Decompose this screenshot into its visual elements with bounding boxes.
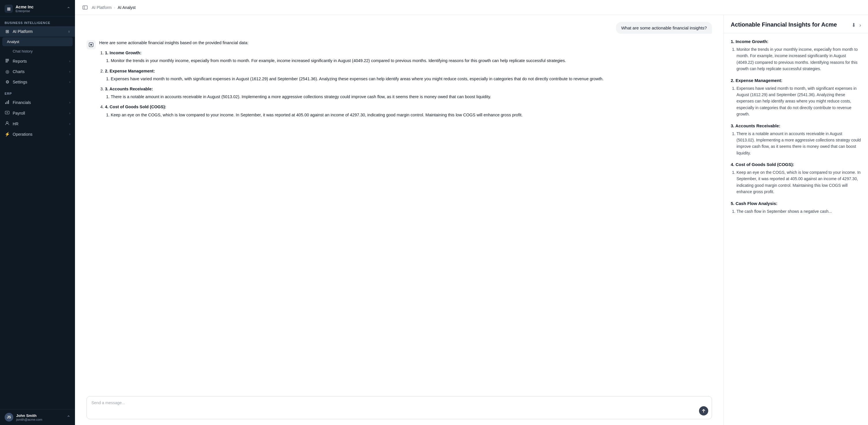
- operations-icon: ⚡: [5, 132, 10, 137]
- sidebar-sub-item-chat-history[interactable]: Chat history: [0, 47, 75, 56]
- rp-section: 1. Income Growth:Monitor the trends in y…: [731, 39, 861, 72]
- content-area: What are some actionable financial insig…: [75, 15, 868, 425]
- rp-section-title: 5. Cash Flow Analysis:: [731, 201, 861, 206]
- rp-section-points: Keep an eye on the COGS, which is low co…: [731, 169, 861, 195]
- sidebar-footer: JS John Smith jsmith@acme.com ⌃: [0, 409, 75, 425]
- main-area: AI Platform › AI Analyst What are some a…: [75, 0, 868, 425]
- rp-section-point: Monitor the trends in your monthly incom…: [737, 46, 861, 72]
- chat-send-button[interactable]: [699, 406, 708, 416]
- user-message: What are some actionable financial insig…: [87, 22, 712, 34]
- insight-title: 3. Accounts Receivable:: [105, 87, 153, 91]
- user-menu-icon[interactable]: ⌃: [67, 415, 70, 420]
- settings-label: Settings: [13, 80, 27, 84]
- sidebar: ▦ Acme Inc Enterprise ⌃ Business Intelli…: [0, 0, 75, 425]
- rp-section-title: 1. Income Growth:: [731, 39, 861, 44]
- breadcrumb: AI Platform › AI Analyst: [92, 5, 135, 10]
- user-email: jsmith@acme.com: [16, 418, 42, 421]
- assistant-message: Here are some actionable financial insig…: [87, 39, 712, 122]
- sidebar-item-reports[interactable]: Reports ›: [0, 56, 75, 66]
- sidebar-sub-item-analyst[interactable]: Analyst: [2, 37, 73, 46]
- download-button[interactable]: ⬇: [851, 22, 856, 28]
- rp-section: 2. Expense Management:Expenses have vari…: [731, 78, 861, 117]
- settings-chevron: ›: [69, 80, 70, 84]
- right-panel-title: Actionable Financial Insights for Acme: [731, 21, 837, 28]
- sidebar-header-left[interactable]: ▦ Acme Inc Enterprise: [5, 5, 33, 13]
- svg-rect-5: [8, 100, 9, 104]
- bi-section-label: Business Intelligence: [0, 17, 75, 26]
- sidebar-item-financials[interactable]: Financials ›: [0, 97, 75, 108]
- rp-section-point: Expenses have varied month to month, wit…: [737, 85, 861, 117]
- rp-section-point: There is a notable amount in accounts re…: [737, 131, 861, 157]
- financials-icon: [5, 100, 10, 105]
- sidebar-item-operations[interactable]: ⚡ Operations ›: [0, 129, 75, 139]
- hr-label: HR: [13, 121, 19, 126]
- charts-chevron: ›: [69, 69, 70, 74]
- user-name: John Smith: [16, 414, 42, 418]
- svg-rect-9: [83, 6, 87, 9]
- svg-point-8: [6, 121, 8, 123]
- rp-section-title: 3. Accounts Receivable:: [731, 123, 861, 128]
- erp-section-label: ERP: [0, 87, 75, 97]
- hr-chevron: ›: [69, 122, 70, 126]
- insight-title: 2. Expense Management:: [105, 69, 155, 73]
- operations-label: Operations: [13, 132, 32, 137]
- app-icon: ▦: [5, 5, 13, 13]
- svg-rect-1: [5, 60, 9, 61]
- chat-insights-list: 1. Income Growth:Monitor the trends in y…: [99, 50, 712, 118]
- company-plan: Enterprise: [16, 9, 33, 13]
- chat-insight-item: 3. Accounts Receivable:There is a notabl…: [105, 86, 712, 100]
- chat-input[interactable]: [91, 400, 697, 412]
- sidebar-toggle-button[interactable]: [81, 3, 89, 12]
- charts-label: Charts: [13, 69, 25, 74]
- chat-panel: What are some actionable financial insig…: [75, 15, 724, 425]
- svg-point-7: [7, 112, 8, 113]
- reports-label: Reports: [13, 59, 27, 63]
- rp-section-point: The cash flow in September shows a negat…: [737, 208, 861, 215]
- next-button[interactable]: ›: [859, 22, 861, 28]
- rp-section-points: There is a notable amount in accounts re…: [731, 131, 861, 157]
- user-avatar: JS: [5, 413, 13, 422]
- ai-platform-icon: ⊞: [5, 29, 10, 34]
- rp-section: 4. Cost of Goods Sold (COGS):Keep an eye…: [731, 162, 861, 195]
- settings-icon: ⚙: [5, 79, 10, 85]
- company-name: Acme Inc: [16, 5, 33, 9]
- sidebar-header: ▦ Acme Inc Enterprise ⌃: [0, 0, 75, 17]
- breadcrumb-current: AI Analyst: [118, 5, 135, 10]
- reports-chevron: ›: [69, 59, 70, 63]
- rp-section-point: Keep an eye on the COGS, which is low co…: [737, 169, 861, 195]
- sidebar-expand-icon[interactable]: ⌃: [67, 6, 70, 11]
- rp-section: 5. Cash Flow Analysis:The cash flow in S…: [731, 201, 861, 215]
- charts-icon: ◎: [5, 69, 10, 74]
- financials-chevron: ›: [69, 101, 70, 105]
- rp-section: 3. Accounts Receivable:There is a notabl…: [731, 123, 861, 157]
- insight-point: There is a notable amount in accounts re…: [111, 93, 712, 100]
- insight-point: Keep an eye on the COGS, which is low co…: [111, 112, 712, 118]
- breadcrumb-parent[interactable]: AI Platform: [92, 5, 112, 10]
- financials-label: Financials: [13, 100, 31, 105]
- sidebar-item-settings[interactable]: ⚙ Settings ›: [0, 77, 75, 87]
- rp-section-points: Expenses have varied month to month, wit…: [731, 85, 861, 117]
- chat-messages: What are some actionable financial insig…: [75, 15, 723, 392]
- rp-section-points: The cash flow in September shows a negat…: [731, 208, 861, 215]
- ai-platform-chevron: ∨: [68, 29, 70, 33]
- sidebar-item-charts[interactable]: ◎ Charts ›: [0, 66, 75, 77]
- user-info: John Smith jsmith@acme.com: [16, 414, 42, 421]
- sidebar-item-payroll[interactable]: Payroll ›: [0, 108, 75, 118]
- operations-chevron: ›: [69, 132, 70, 136]
- right-panel: Actionable Financial Insights for Acme ⬇…: [724, 15, 868, 425]
- reports-icon: [5, 58, 10, 64]
- sidebar-item-ai-platform[interactable]: ⊞ AI Platform ∨: [0, 26, 75, 37]
- breadcrumb-separator: ›: [114, 5, 115, 10]
- chat-insight-item: 4. Cost of Goods Sold (COGS):Keep an eye…: [105, 104, 712, 118]
- chat-input-area: [75, 392, 723, 425]
- topbar: AI Platform › AI Analyst: [75, 0, 868, 15]
- chat-insight-item: 2. Expense Management:Expenses have vari…: [105, 68, 712, 82]
- assistant-message-content: Here are some actionable financial insig…: [99, 39, 712, 122]
- rp-section-title: 4. Cost of Goods Sold (COGS):: [731, 162, 861, 167]
- payroll-icon: [5, 110, 10, 116]
- sidebar-item-hr[interactable]: HR ›: [0, 118, 75, 129]
- chat-insight-item: 1. Income Growth:Monitor the trends in y…: [105, 50, 712, 64]
- user-message-bubble: What are some actionable financial insig…: [616, 22, 712, 34]
- company-info: Acme Inc Enterprise: [16, 5, 33, 13]
- svg-rect-4: [7, 101, 7, 104]
